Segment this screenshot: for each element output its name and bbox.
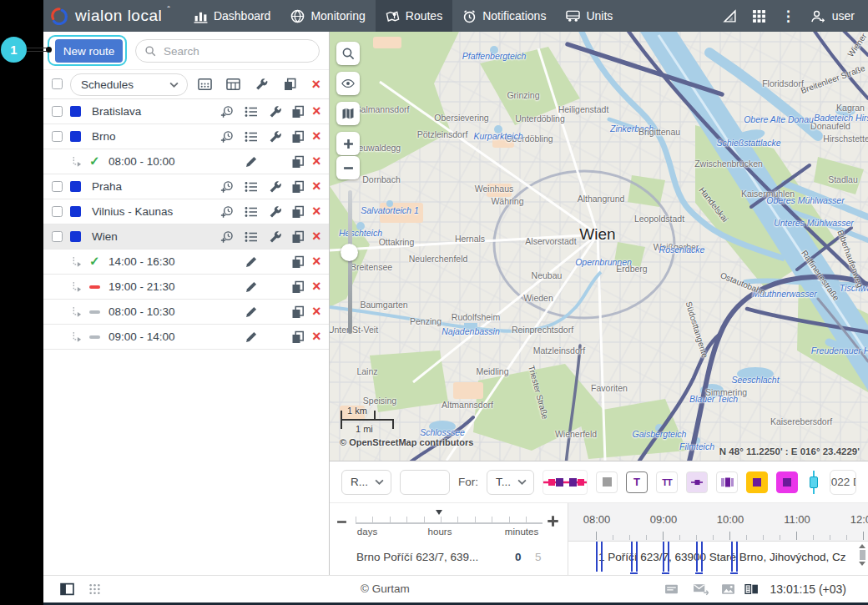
schedule-row[interactable]: ✓ 08:00 - 10:00 × — [43, 149, 329, 174]
markers-legend-button[interactable] — [542, 470, 588, 495]
wrench-icon[interactable] — [269, 105, 282, 118]
route-row[interactable]: Brno × — [43, 124, 329, 149]
timeline-visit-marker[interactable] — [631, 542, 638, 572]
schedule-row[interactable]: ✓ 14:00 - 16:30 × — [43, 250, 329, 275]
search-input[interactable] — [162, 44, 310, 58]
kebab-menu-icon[interactable]: ⋮ — [781, 9, 795, 23]
tab-dashboard[interactable]: Dashboard — [184, 0, 281, 32]
timeline-filter-input[interactable] — [400, 470, 450, 495]
delete-icon[interactable]: × — [312, 103, 321, 120]
delete-icon[interactable]: × — [312, 203, 321, 220]
copy-icon[interactable] — [291, 130, 305, 144]
map[interactable]: WienPfaffenbergteichSalmannsdorfObersiev… — [330, 32, 868, 461]
route-checkbox[interactable] — [52, 106, 63, 117]
dot-marker-button[interactable] — [686, 471, 708, 493]
user-menu[interactable]: user — [810, 9, 855, 23]
timeline-scrollbar[interactable] — [857, 543, 867, 573]
scale-minus-icon[interactable] — [336, 517, 347, 527]
route-row[interactable]: Vilnius - Kaunas × — [43, 199, 329, 224]
calendar-grid-icon[interactable] — [226, 78, 240, 91]
route-row[interactable]: Bratislava × — [43, 99, 329, 124]
delete-icon[interactable]: × — [311, 78, 320, 91]
copy-icon[interactable] — [291, 105, 305, 118]
map-visibility-button[interactable] — [336, 72, 360, 95]
app-logo[interactable]: wialon local ˆ — [43, 7, 184, 25]
scale-ruler-handle[interactable] — [436, 510, 442, 515]
new-route-button[interactable]: New route — [55, 39, 123, 63]
tab-units[interactable]: Units — [556, 0, 623, 32]
map-search-button[interactable] — [336, 42, 360, 65]
delete-icon[interactable]: × — [312, 128, 321, 145]
panel-toggle-icon[interactable] — [60, 582, 74, 596]
calendar-dots-icon[interactable] — [198, 78, 212, 91]
grid-dots-icon[interactable] — [88, 582, 101, 596]
tab-monitoring[interactable]: Monitoring — [280, 0, 375, 32]
yellow-marker-button[interactable] — [746, 471, 768, 493]
date-button[interactable]: 2022 D — [830, 470, 856, 495]
edit-pencil-icon[interactable] — [245, 280, 258, 294]
route-checkbox[interactable] — [52, 131, 63, 142]
add-schedule-icon[interactable] — [220, 130, 234, 144]
wrench-icon[interactable] — [269, 230, 282, 244]
copy-icon[interactable] — [291, 230, 305, 244]
delete-icon[interactable]: × — [312, 228, 321, 245]
timeline-route-summary[interactable]: Brno Poříčí 623/7, 639... 0 5 — [330, 542, 568, 575]
copy-icon[interactable] — [283, 78, 297, 91]
checkpoints-list-icon[interactable] — [245, 105, 258, 118]
zoom-slider-track[interactable] — [348, 190, 352, 334]
copy-icon[interactable] — [291, 205, 305, 219]
delete-icon[interactable]: × — [312, 328, 321, 345]
timeline-hours-header[interactable]: 08:0009:0010:0011:0012:00 — [568, 503, 868, 542]
report-panel-icon[interactable] — [744, 582, 759, 596]
route-row-selected[interactable]: Wien × — [43, 224, 329, 250]
copy-icon[interactable] — [291, 180, 305, 194]
route-checkbox[interactable] — [52, 231, 63, 242]
delete-icon[interactable]: × — [312, 303, 321, 320]
copy-icon[interactable] — [291, 305, 305, 319]
route-checkbox[interactable] — [52, 206, 63, 217]
delete-icon[interactable]: × — [312, 153, 321, 170]
type-select[interactable]: T... — [487, 470, 534, 495]
checkpoints-list-icon[interactable] — [245, 130, 258, 144]
delete-icon[interactable]: × — [312, 178, 321, 195]
wrench-icon[interactable] — [269, 205, 282, 219]
route-checkbox[interactable] — [52, 181, 63, 192]
zoom-slider-handle[interactable] — [341, 244, 358, 261]
scale-ruler[interactable] — [356, 517, 542, 524]
text-single-button[interactable]: T — [626, 471, 648, 493]
image-icon[interactable] — [721, 582, 735, 596]
apps-grid-icon[interactable] — [752, 9, 766, 23]
copy-icon[interactable] — [291, 280, 305, 294]
copy-icon[interactable] — [291, 255, 305, 269]
copy-icon[interactable] — [291, 330, 305, 344]
mail-forward-icon[interactable] — [693, 582, 709, 596]
wrench-icon[interactable] — [269, 130, 282, 144]
scroll-down-icon[interactable] — [859, 562, 865, 566]
schedule-row[interactable]: 08:00 - 10:30 × — [43, 300, 329, 325]
text-double-button[interactable]: TT — [656, 471, 678, 493]
route-row[interactable]: Praha × — [43, 174, 329, 199]
checkpoints-list-icon[interactable] — [245, 205, 258, 219]
schedule-row[interactable]: 09:00 - 14:00 × — [43, 325, 329, 350]
map-layers-button[interactable] — [336, 102, 360, 125]
copy-icon[interactable] — [291, 155, 305, 169]
timeline-track[interactable]: 1 Poříčí 623/7, 63900 Staré Brno, Jihový… — [568, 542, 868, 575]
group-selector[interactable]: Schedules — [70, 73, 188, 96]
cyan-pin-button[interactable] — [806, 471, 821, 494]
add-schedule-icon[interactable] — [220, 180, 234, 194]
scale-plus-icon[interactable] — [547, 515, 559, 527]
edit-pencil-icon[interactable] — [245, 330, 258, 344]
add-schedule-icon[interactable] — [220, 205, 234, 219]
gray-marker-button[interactable] — [596, 471, 618, 493]
scroll-thumb[interactable] — [860, 550, 865, 560]
wrench-icon[interactable] — [255, 78, 269, 91]
edit-pencil-icon[interactable] — [245, 305, 258, 319]
add-schedule-icon[interactable] — [220, 105, 234, 118]
timeline-visit-marker[interactable] — [663, 542, 669, 572]
route-select[interactable]: R... — [341, 470, 391, 495]
wrench-icon[interactable] — [269, 180, 282, 194]
zoom-out-button[interactable] — [336, 156, 360, 179]
edit-pencil-icon[interactable] — [245, 155, 258, 169]
edit-pencil-icon[interactable] — [245, 255, 258, 269]
timeline-visit-marker[interactable] — [596, 542, 603, 572]
